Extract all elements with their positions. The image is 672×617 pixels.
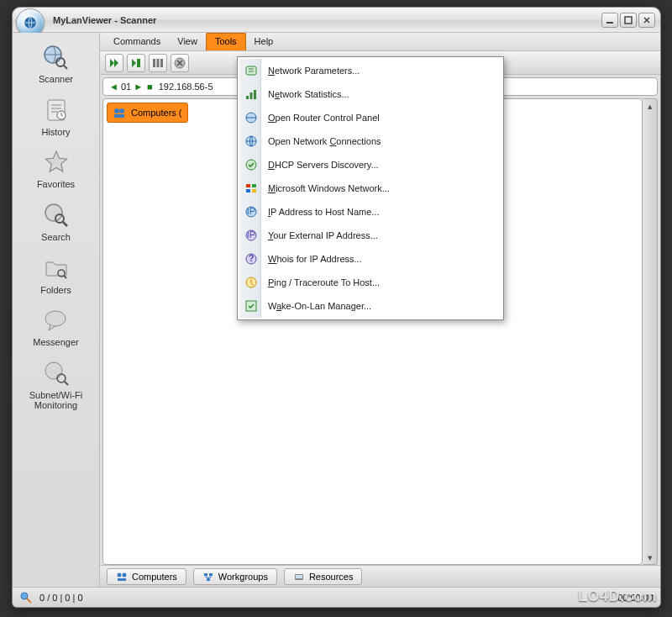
magnifier-icon [19,591,33,604]
svg-rect-15 [157,59,160,67]
tree-root-label: Computers ( [131,108,182,118]
tools-menu-item-label: Your External IP Address... [268,230,378,240]
sidebar-item-folders[interactable]: Folders [39,250,73,298]
workgroups-icon [202,571,214,583]
menu-commands[interactable]: Commands [105,33,169,50]
computers-icon [116,571,128,583]
btab-label: Workgroups [218,572,268,582]
tools-menu-item-label: Whois for IP Address... [268,254,362,264]
minimize-button[interactable] [601,13,618,28]
tools-menu-item-whois[interactable]: ?Whois for IP Address... [239,247,501,271]
dhcp-icon [244,157,259,172]
scrollbar-down-icon[interactable]: ▾ [643,551,657,564]
sidebar-item-label: Messenger [33,337,78,348]
menu-help[interactable]: Help [246,33,282,50]
resources-icon [293,571,305,583]
svg-text:IP: IP [247,229,255,240]
tools-menu-item-stats[interactable]: Network Statistics... [239,82,501,106]
tools-menu-item-label: Network Parameters... [268,66,360,76]
toolbar-scan-fast[interactable] [127,54,145,72]
svg-rect-26 [207,578,210,581]
svg-point-21 [118,572,122,577]
tools-dropdown: Network Parameters...Network Statistics.… [237,56,504,320]
tree-root-computers[interactable]: Computers ( [107,103,188,123]
toolbar-stop[interactable] [171,54,189,72]
svg-rect-40 [252,189,256,192]
svg-point-18 [114,108,119,113]
tools-menu-item-ping[interactable]: Ping / Traceroute To Host... [239,271,501,294]
tools-menu-item-extip[interactable]: IPYour External IP Address... [239,224,501,247]
tools-menu-item-param[interactable]: Network Parameters... [239,59,501,82]
svg-rect-38 [252,184,256,187]
tools-menu-item-dhcp[interactable]: DHCP Servers Discovery... [239,153,501,177]
btab-workgroups[interactable]: Workgroups [193,568,277,585]
svg-rect-30 [246,66,256,75]
whois-icon: ? [244,251,259,266]
btab-computers[interactable]: Computers [107,568,186,585]
addr-marker-square: ■ [147,82,153,92]
btab-label: Computers [132,572,177,582]
toolbar-columns[interactable] [149,54,167,72]
tools-menu-item-router[interactable]: Open Router Control Panel [239,106,501,129]
sidebar-item-label: Favorites [37,179,75,190]
extip-icon: IP [244,228,259,243]
close-button[interactable] [638,13,655,28]
svg-text:?: ? [249,253,255,263]
svg-rect-16 [160,59,163,67]
addr-marker-left: ◄ [109,82,118,92]
svg-rect-33 [254,90,256,99]
bottom-tabs: Computers Workgroups Resources [100,565,660,587]
svg-rect-39 [246,189,250,192]
toolbar-scan-start[interactable] [105,54,123,72]
btab-resources[interactable]: Resources [284,568,363,585]
router-icon [244,110,259,125]
globe-search-icon [40,42,71,72]
svg-text:IP: IP [247,206,255,216]
svg-rect-1 [606,22,613,24]
sidebar-item-search[interactable]: Search [39,198,73,245]
maximize-button[interactable] [620,13,637,28]
sidebar-item-label: Search [41,232,71,243]
addr-segment: 01 [121,82,131,92]
ping-icon [244,275,259,290]
sidebar: Scanner History Favorites Search Folders… [13,33,100,587]
tools-menu-item-ip2host[interactable]: IPIP Address to Host Name... [239,200,501,224]
scrollbar-up-icon[interactable]: ▴ [643,99,657,113]
menu-bar: Commands View Tools Help [100,33,660,51]
svg-point-7 [45,204,62,221]
addr-value: 192.168.56-5 [159,82,213,92]
menu-tools[interactable]: Tools [206,33,246,50]
sidebar-item-favorites[interactable]: Favorites [35,145,76,192]
computers-icon [113,106,126,119]
svg-point-12 [57,374,66,382]
svg-rect-14 [153,59,155,67]
svg-rect-24 [204,573,207,576]
svg-point-10 [45,311,66,326]
scrollbar-track[interactable] [643,113,657,551]
svg-point-29 [21,593,28,599]
tools-menu-item-wol[interactable]: Wake-On-Lan Manager... [239,294,501,318]
tools-menu-item-label: Ping / Traceroute To Host... [268,277,380,287]
menu-view[interactable]: View [169,33,206,50]
sidebar-item-subnet[interactable]: Subnet/Wi-Fi Monitoring [16,356,96,414]
sidebar-item-history[interactable]: History [39,92,73,140]
sidebar-item-scanner[interactable]: Scanner [37,40,75,87]
tools-menu-item-label: IP Address to Host Name... [268,207,379,217]
tools-menu-item-globe-net[interactable]: Open Network Connections [239,129,501,153]
btab-label: Resources [309,572,354,582]
tools-menu-item-mswin[interactable]: Microsoft Windows Network... [239,177,501,200]
sidebar-item-label: History [41,127,70,138]
status-counts: 0 / 0 | 0 | 0 [39,593,83,603]
svg-point-22 [123,572,127,577]
sidebar-item-messenger[interactable]: Messenger [31,303,80,351]
tools-menu-item-label: Open Router Control Panel [268,113,380,123]
svg-rect-13 [137,59,140,67]
svg-rect-20 [114,114,124,118]
window-title: MyLanViewer - Scanner [50,15,601,25]
globe-net-icon [244,134,259,149]
ip2host-icon: IP [244,204,259,219]
wifi-monitor-icon [41,358,71,388]
search-icon [41,200,71,230]
window-controls [601,13,655,28]
vertical-scrollbar[interactable]: ▴ ▾ [643,98,658,565]
